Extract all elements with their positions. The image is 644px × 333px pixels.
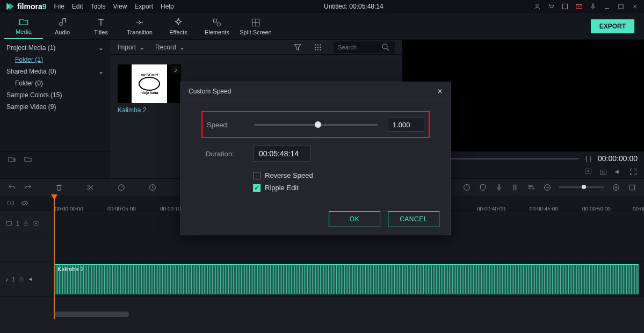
tab-effects[interactable]: Effects bbox=[159, 13, 198, 39]
sidebar-item-folder-0[interactable]: Folder (0) bbox=[0, 77, 110, 89]
svg-point-22 bbox=[602, 171, 604, 173]
sidebar-item-folder-1[interactable]: Folder (1) bbox=[0, 54, 110, 66]
speaker-icon[interactable] bbox=[28, 276, 35, 283]
chevron-down-icon: ⌄ bbox=[179, 44, 185, 51]
save-icon[interactable] bbox=[561, 3, 569, 10]
audio-track-head: ♪ 1 bbox=[0, 262, 53, 296]
sidebar-item-sample-colors[interactable]: Sample Colors (15) bbox=[0, 89, 110, 101]
search-input[interactable] bbox=[338, 44, 381, 50]
sidebar-item-label: Project Media (1) bbox=[6, 44, 55, 52]
menu-tools[interactable]: Tools bbox=[91, 3, 106, 10]
svg-rect-19 bbox=[585, 169, 591, 173]
music-icon: ♪ bbox=[5, 276, 9, 283]
thumb-text-top: mr.SCruff bbox=[141, 73, 158, 77]
delete-icon[interactable] bbox=[55, 183, 63, 192]
settings-icon[interactable] bbox=[584, 168, 592, 176]
undo-icon[interactable] bbox=[8, 183, 16, 192]
svg-point-20 bbox=[588, 170, 589, 172]
link-icon[interactable] bbox=[20, 199, 29, 207]
checkbox-checked-icon[interactable]: ✓ bbox=[253, 184, 261, 192]
tab-elements[interactable]: Elements bbox=[198, 13, 236, 39]
filter-icon[interactable] bbox=[293, 42, 302, 52]
svg-point-12 bbox=[317, 46, 319, 47]
marker-icon[interactable] bbox=[462, 183, 471, 192]
snapshot-icon[interactable] bbox=[599, 168, 607, 176]
zoom-fit-icon[interactable] bbox=[628, 183, 636, 192]
account-icon[interactable] bbox=[533, 3, 541, 10]
chevron-down-icon: ⌄ bbox=[139, 44, 144, 51]
eye-icon[interactable] bbox=[32, 220, 40, 227]
lock-icon[interactable] bbox=[23, 220, 29, 227]
media-clip[interactable]: mr.SCruffninja tuna ♪ Kalimba 2 bbox=[118, 64, 181, 114]
redo-icon[interactable] bbox=[24, 183, 32, 192]
svg-rect-40 bbox=[20, 279, 23, 281]
ok-button[interactable]: OK bbox=[329, 211, 380, 227]
audio-clip[interactable]: Kalimba 2 bbox=[54, 264, 639, 294]
checkbox-icon[interactable] bbox=[253, 172, 261, 179]
menu-help[interactable]: Help bbox=[161, 3, 174, 10]
svg-point-23 bbox=[88, 188, 89, 190]
tab-transition[interactable]: Transition bbox=[120, 13, 159, 39]
filmstrip-icon bbox=[5, 220, 13, 227]
speed-value[interactable]: 1.000 bbox=[388, 118, 424, 132]
cart-icon[interactable] bbox=[547, 3, 555, 10]
duration-value[interactable]: 00:05:48:14 bbox=[253, 146, 311, 162]
import-dropdown[interactable]: Import ⌄ bbox=[118, 44, 144, 51]
menu-view[interactable]: View bbox=[113, 3, 127, 10]
svg-point-10 bbox=[320, 44, 321, 45]
mic-icon[interactable] bbox=[589, 3, 597, 10]
zoom-out-icon[interactable] bbox=[543, 183, 552, 192]
minimize-icon[interactable] bbox=[603, 3, 611, 10]
export-button[interactable]: EXPORT bbox=[591, 19, 634, 33]
sidebar-item-sample-video[interactable]: Sample Video (9) bbox=[0, 101, 110, 113]
record-dropdown[interactable]: Record ⌄ bbox=[155, 44, 185, 51]
zoom-in-icon[interactable] bbox=[612, 183, 620, 192]
audio-track-row: ♪ 1 Kalimba 2 bbox=[0, 262, 644, 296]
menu-edit[interactable]: Edit bbox=[72, 3, 83, 10]
speed-slider[interactable] bbox=[254, 124, 378, 126]
reverse-speed-label: Reverse Speed bbox=[265, 171, 313, 179]
new-folder-icon[interactable] bbox=[8, 155, 16, 164]
mixer-icon[interactable] bbox=[511, 183, 519, 192]
tab-media[interactable]: Media bbox=[4, 13, 43, 39]
sidebar-item-project-media[interactable]: Project Media (1)⌄ bbox=[0, 42, 110, 54]
fullscreen-icon[interactable] bbox=[629, 168, 638, 176]
zoom-slider[interactable] bbox=[559, 186, 604, 188]
volume-icon[interactable] bbox=[614, 168, 623, 176]
sidebar-item-shared-media[interactable]: Shared Media (0)⌄ bbox=[0, 66, 110, 77]
tab-audio[interactable]: Audio bbox=[43, 13, 82, 39]
sidebar-item-label: Sample Video (9) bbox=[6, 103, 56, 111]
lock-icon[interactable] bbox=[18, 276, 25, 283]
playlist-icon[interactable] bbox=[527, 183, 536, 192]
ripple-edit-row[interactable]: ✓ Ripple Edit bbox=[201, 182, 430, 194]
cancel-button[interactable]: CANCEL bbox=[388, 211, 439, 227]
duration-label: Duration: bbox=[206, 150, 243, 158]
clock-icon[interactable] bbox=[148, 183, 157, 192]
close-icon[interactable]: ✕ bbox=[437, 88, 443, 95]
mail-icon[interactable] bbox=[575, 3, 583, 10]
svg-rect-4 bbox=[619, 4, 623, 9]
svg-point-14 bbox=[315, 49, 316, 50]
search-icon bbox=[381, 42, 390, 52]
timeline-scrollbar[interactable] bbox=[54, 312, 129, 317]
record-audio-icon[interactable] bbox=[495, 183, 503, 192]
tab-splitscreen[interactable]: Split Screen bbox=[236, 13, 275, 39]
close-icon[interactable] bbox=[631, 3, 639, 10]
add-track-icon[interactable] bbox=[6, 199, 15, 207]
window-title: Untitled: 00:05:48:14 bbox=[182, 3, 526, 10]
menu-export[interactable]: Export bbox=[134, 3, 153, 10]
reverse-speed-row[interactable]: Reverse Speed bbox=[201, 169, 430, 182]
menu-file[interactable]: File bbox=[54, 3, 64, 10]
tab-titles[interactable]: Titles bbox=[82, 13, 120, 39]
svg-point-17 bbox=[382, 44, 387, 49]
grid-view-icon[interactable] bbox=[313, 42, 323, 52]
speed-icon[interactable] bbox=[117, 183, 126, 192]
search-box[interactable] bbox=[334, 41, 395, 53]
shield-icon[interactable] bbox=[479, 183, 487, 192]
tool-tabs: Media Audio Titles Transition Effects El… bbox=[0, 13, 644, 40]
maximize-icon[interactable] bbox=[617, 3, 625, 10]
folder-icon[interactable] bbox=[24, 155, 32, 164]
audio-clip-name: Kalimba 2 bbox=[57, 266, 84, 272]
playhead[interactable] bbox=[54, 196, 55, 319]
cut-icon[interactable] bbox=[86, 183, 95, 192]
